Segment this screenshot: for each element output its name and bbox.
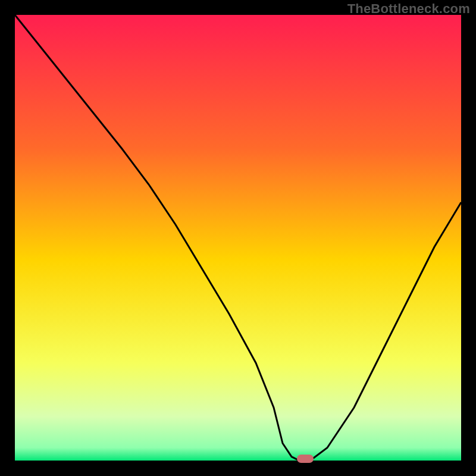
plot-svg xyxy=(15,15,461,461)
plot-frame xyxy=(15,15,461,461)
watermark-label: TheBottleneck.com xyxy=(347,1,470,17)
gradient-rect xyxy=(15,15,461,461)
optimal-marker xyxy=(297,455,314,463)
chart-container: TheBottleneck.com xyxy=(0,0,476,476)
